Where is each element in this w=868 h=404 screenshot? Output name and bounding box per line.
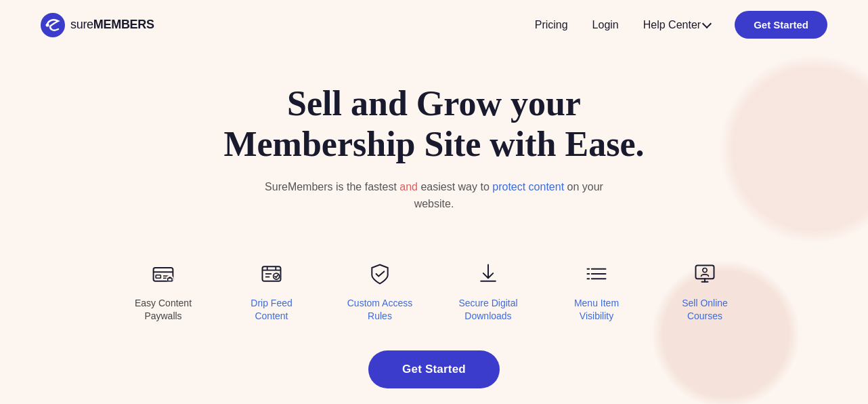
feature-easy-content-paywalls: Easy ContentPaywalls: [129, 260, 197, 323]
chevron-down-icon: [702, 19, 712, 28]
nav-links: Pricing Login Help Center Get Started: [535, 11, 827, 39]
download-icon: [475, 260, 502, 287]
feature-secure-digital-downloads: Secure DigitalDownloads: [454, 260, 522, 323]
paywall-icon: [150, 260, 177, 287]
get-started-main-button[interactable]: Get Started: [368, 350, 500, 388]
feature-label-custom-access: Custom AccessRules: [347, 297, 412, 323]
nav-help-center[interactable]: Help Center: [643, 19, 710, 31]
hero-title: Sell and Grow your Membership Site with …: [223, 83, 644, 165]
list-icon: [583, 260, 610, 287]
hero-section: Sell and Grow your Membership Site with …: [0, 49, 868, 254]
hero-subtitle: SureMembers is the fastest and easiest w…: [244, 178, 624, 213]
logo[interactable]: sureMEMBERS: [41, 13, 154, 37]
feature-sell-online-courses: Sell OnlineCourses: [671, 260, 739, 323]
feature-label-sell-courses: Sell OnlineCourses: [682, 297, 728, 323]
svg-point-27: [703, 268, 707, 272]
shield-check-icon: [366, 260, 393, 287]
features-row: Easy ContentPaywalls Drip FeedContent: [0, 254, 868, 344]
feature-drip-feed-content: Drip FeedContent: [238, 260, 305, 323]
cta-section: Get Started: [0, 344, 868, 404]
svg-point-1: [46, 23, 49, 26]
feature-label-menu-visibility: Menu ItemVisibility: [574, 297, 619, 323]
svg-rect-4: [156, 275, 160, 279]
nav-pricing[interactable]: Pricing: [535, 19, 568, 31]
monitor-icon: [691, 260, 718, 287]
nav-login[interactable]: Login: [592, 19, 619, 31]
feature-label-secure-downloads: Secure DigitalDownloads: [458, 297, 517, 323]
get-started-nav-button[interactable]: Get Started: [735, 11, 827, 39]
logo-icon: [41, 13, 65, 37]
feature-menu-item-visibility: Menu ItemVisibility: [563, 260, 630, 323]
feature-custom-access-rules: Custom AccessRules: [346, 260, 414, 323]
feature-label-drip-feed: Drip FeedContent: [251, 297, 292, 323]
navbar: sureMEMBERS Pricing Login Help Center Ge…: [0, 0, 868, 49]
logo-text: sureMEMBERS: [70, 18, 154, 32]
feature-label-easy-content: Easy ContentPaywalls: [135, 297, 192, 323]
drip-feed-icon: [258, 260, 285, 287]
